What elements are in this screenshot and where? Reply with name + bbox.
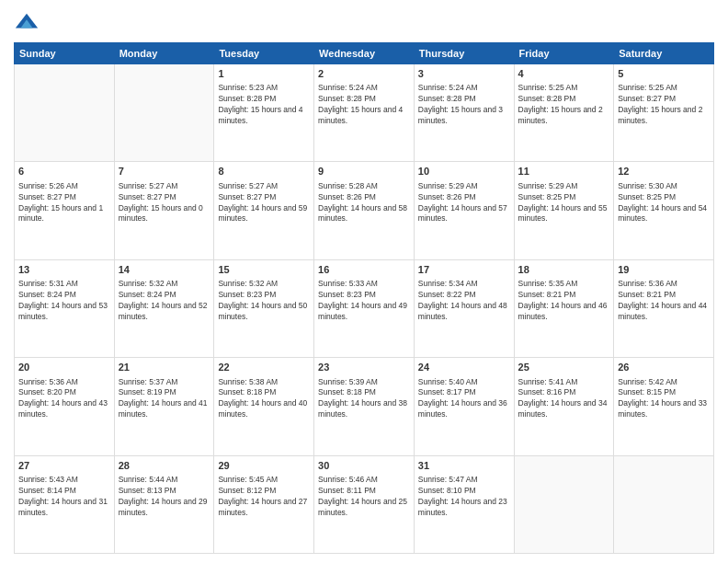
day-info: Sunrise: 5:46 AM	[318, 475, 410, 486]
calendar-cell: 17Sunrise: 5:34 AMSunset: 8:22 PMDayligh…	[414, 259, 514, 357]
day-info: Sunset: 8:10 PM	[418, 486, 510, 497]
day-info: Sunrise: 5:36 AM	[18, 377, 110, 388]
day-info: Sunset: 8:27 PM	[618, 94, 710, 105]
day-number: 23	[318, 361, 410, 374]
calendar-cell: 28Sunrise: 5:44 AMSunset: 8:13 PMDayligh…	[114, 455, 214, 553]
day-info: Sunrise: 5:45 AM	[218, 475, 310, 486]
day-number: 26	[618, 361, 710, 374]
day-info: Sunset: 8:22 PM	[418, 290, 510, 301]
day-info: Sunset: 8:28 PM	[218, 94, 310, 105]
day-info: Daylight: 14 hours and 40 minutes.	[218, 398, 310, 420]
day-info: Sunrise: 5:32 AM	[218, 279, 310, 290]
day-info: Sunset: 8:16 PM	[518, 387, 610, 398]
calendar-cell: 11Sunrise: 5:29 AMSunset: 8:25 PMDayligh…	[514, 162, 614, 259]
day-info: Sunset: 8:27 PM	[218, 192, 310, 203]
day-info: Sunrise: 5:42 AM	[618, 377, 710, 388]
weekday-header-saturday: Saturday	[614, 43, 714, 64]
day-info: Daylight: 14 hours and 55 minutes.	[518, 203, 610, 225]
weekday-header-monday: Monday	[114, 43, 214, 64]
day-info: Daylight: 15 hours and 2 minutes.	[618, 105, 710, 127]
day-info: Daylight: 14 hours and 41 minutes.	[119, 398, 210, 420]
calendar-header-row: SundayMondayTuesdayWednesdayThursdayFrid…	[15, 43, 714, 64]
day-info: Sunrise: 5:27 AM	[218, 181, 310, 192]
day-info: Sunrise: 5:39 AM	[318, 377, 410, 388]
day-info: Daylight: 14 hours and 59 minutes.	[218, 203, 310, 225]
day-info: Sunset: 8:25 PM	[618, 192, 710, 203]
day-info: Sunrise: 5:32 AM	[119, 279, 210, 290]
week-row-1: 1Sunrise: 5:23 AMSunset: 8:28 PMDaylight…	[15, 64, 714, 162]
day-info: Sunset: 8:27 PM	[119, 192, 210, 203]
day-number: 15	[218, 263, 310, 277]
day-info: Sunset: 8:28 PM	[518, 94, 610, 105]
day-number: 30	[318, 459, 410, 473]
day-info: Sunrise: 5:24 AM	[318, 83, 410, 94]
day-number: 10	[418, 165, 510, 178]
day-number: 5	[618, 67, 710, 81]
day-info: Sunset: 8:26 PM	[318, 192, 410, 203]
header	[14, 9, 714, 35]
calendar-cell: 26Sunrise: 5:42 AMSunset: 8:15 PMDayligh…	[614, 358, 714, 455]
day-info: Daylight: 15 hours and 3 minutes.	[418, 105, 510, 127]
day-info: Daylight: 15 hours and 1 minute.	[18, 203, 110, 225]
weekday-header-thursday: Thursday	[414, 43, 514, 64]
day-number: 20	[18, 361, 110, 374]
day-number: 25	[518, 361, 610, 374]
calendar-cell: 21Sunrise: 5:37 AMSunset: 8:19 PMDayligh…	[114, 358, 214, 455]
day-info: Daylight: 14 hours and 49 minutes.	[318, 301, 410, 323]
day-info: Sunrise: 5:29 AM	[418, 181, 510, 192]
day-info: Sunset: 8:21 PM	[618, 290, 710, 301]
calendar-cell: 25Sunrise: 5:41 AMSunset: 8:16 PMDayligh…	[514, 358, 614, 455]
day-number: 17	[418, 263, 510, 277]
day-number: 22	[218, 361, 310, 374]
calendar-cell: 24Sunrise: 5:40 AMSunset: 8:17 PMDayligh…	[414, 358, 514, 455]
day-info: Sunset: 8:19 PM	[119, 387, 210, 398]
day-number: 6	[18, 165, 110, 178]
day-info: Sunset: 8:18 PM	[218, 387, 310, 398]
calendar-cell: 15Sunrise: 5:32 AMSunset: 8:23 PMDayligh…	[214, 259, 314, 357]
day-number: 14	[119, 263, 210, 277]
day-info: Sunrise: 5:27 AM	[119, 181, 210, 192]
day-info: Sunrise: 5:24 AM	[418, 83, 510, 94]
day-number: 12	[618, 165, 710, 178]
day-number: 8	[218, 165, 310, 178]
day-info: Sunrise: 5:29 AM	[518, 181, 610, 192]
day-number: 1	[218, 67, 310, 81]
weekday-header-friday: Friday	[514, 43, 614, 64]
day-number: 9	[318, 165, 410, 178]
week-row-2: 6Sunrise: 5:26 AMSunset: 8:27 PMDaylight…	[15, 162, 714, 259]
week-row-5: 27Sunrise: 5:43 AMSunset: 8:14 PMDayligh…	[15, 455, 714, 553]
day-info: Daylight: 14 hours and 31 minutes.	[18, 497, 110, 519]
day-info: Sunrise: 5:25 AM	[618, 83, 710, 94]
day-info: Sunrise: 5:41 AM	[518, 377, 610, 388]
day-info: Daylight: 14 hours and 52 minutes.	[119, 301, 210, 323]
calendar-cell: 5Sunrise: 5:25 AMSunset: 8:27 PMDaylight…	[614, 64, 714, 162]
calendar-cell: 10Sunrise: 5:29 AMSunset: 8:26 PMDayligh…	[414, 162, 514, 259]
day-info: Sunrise: 5:44 AM	[119, 475, 210, 486]
day-info: Daylight: 14 hours and 23 minutes.	[418, 497, 510, 519]
calendar-cell: 6Sunrise: 5:26 AMSunset: 8:27 PMDaylight…	[15, 162, 115, 259]
day-info: Daylight: 14 hours and 43 minutes.	[18, 398, 110, 420]
day-info: Sunrise: 5:30 AM	[618, 181, 710, 192]
day-info: Sunrise: 5:35 AM	[518, 279, 610, 290]
day-number: 2	[318, 67, 410, 81]
day-number: 19	[618, 263, 710, 277]
weekday-header-tuesday: Tuesday	[214, 43, 314, 64]
weekday-header-sunday: Sunday	[15, 43, 115, 64]
day-info: Sunrise: 5:28 AM	[318, 181, 410, 192]
calendar-cell: 18Sunrise: 5:35 AMSunset: 8:21 PMDayligh…	[514, 259, 614, 357]
calendar-cell: 19Sunrise: 5:36 AMSunset: 8:21 PMDayligh…	[614, 259, 714, 357]
day-info: Sunrise: 5:25 AM	[518, 83, 610, 94]
calendar-cell	[614, 455, 714, 553]
calendar-cell: 13Sunrise: 5:31 AMSunset: 8:24 PMDayligh…	[15, 259, 115, 357]
day-info: Sunrise: 5:36 AM	[618, 279, 710, 290]
day-info: Sunset: 8:26 PM	[418, 192, 510, 203]
day-number: 31	[418, 459, 510, 473]
day-info: Sunset: 8:23 PM	[218, 290, 310, 301]
calendar-cell: 4Sunrise: 5:25 AMSunset: 8:28 PMDaylight…	[514, 64, 614, 162]
day-info: Sunrise: 5:23 AM	[218, 83, 310, 94]
day-info: Sunrise: 5:26 AM	[18, 181, 110, 192]
calendar-cell	[114, 64, 214, 162]
day-info: Sunrise: 5:33 AM	[318, 279, 410, 290]
day-number: 18	[518, 263, 610, 277]
day-number: 11	[518, 165, 610, 178]
